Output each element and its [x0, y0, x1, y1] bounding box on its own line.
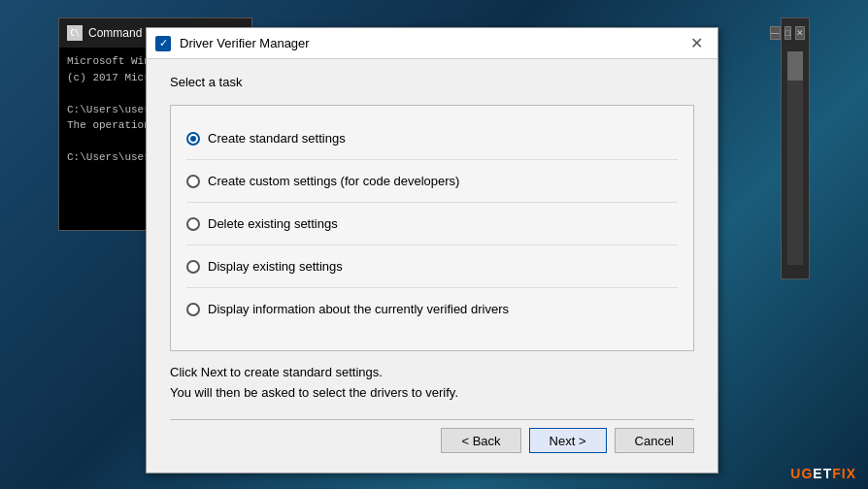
driver-verifier-dialog: ✓ Driver Verifier Manager ✕ Select a tas…: [146, 27, 718, 473]
dialog-title: Driver Verifier Manager: [180, 36, 675, 50]
radio-label-5: Display information about the currently …: [208, 302, 509, 316]
dialog-icon: ✓: [154, 35, 172, 52]
dialog-titlebar: ✓ Driver Verifier Manager ✕: [147, 28, 718, 59]
description-line-1: Click Next to create standard settings.: [170, 363, 694, 383]
cmd-icon: C\: [67, 25, 83, 41]
dialog-footer: < Back Next > Cancel: [170, 419, 694, 457]
watermark-ug: UG: [790, 466, 813, 481]
radio-option-4[interactable]: Display existing settings: [186, 245, 678, 288]
dialog-close-button[interactable]: ✕: [683, 34, 710, 53]
radio-label-4: Display existing settings: [208, 259, 343, 274]
scrollbar-track[interactable]: [787, 51, 803, 265]
radio-label-3: Delete existing settings: [208, 216, 338, 231]
radio-option-3[interactable]: Delete existing settings: [186, 203, 678, 245]
scrollbar-thumb[interactable]: [787, 51, 803, 81]
watermark-et: ET: [813, 466, 832, 481]
cancel-button[interactable]: Cancel: [615, 428, 694, 453]
radio-input-1[interactable]: [186, 132, 200, 146]
right-panel-maximize-button[interactable]: □: [785, 26, 791, 40]
radio-label-2: Create custom settings (for code develop…: [208, 174, 459, 188]
watermark-fix: FIX: [832, 466, 856, 481]
description-area: Click Next to create standard settings. …: [170, 351, 694, 411]
radio-input-2[interactable]: [186, 175, 200, 188]
radio-input-5[interactable]: [186, 303, 200, 316]
radio-option-1[interactable]: Create standard settings: [186, 117, 678, 160]
radio-input-4[interactable]: [186, 260, 200, 274]
section-label: Select a task: [170, 75, 694, 89]
checkmark-icon: ✓: [155, 36, 171, 51]
description-line-2: You will then be asked to select the dri…: [170, 383, 694, 404]
radio-option-2[interactable]: Create custom settings (for code develop…: [186, 160, 678, 203]
right-panel-titlebar: — □ ✕: [782, 18, 809, 48]
options-area: Create standard settings Create custom s…: [170, 105, 694, 351]
watermark: UGETFIX: [790, 466, 856, 481]
desktop: C\ Command Pro — □ ✕ Microsoft Wind (c) …: [0, 0, 868, 489]
right-panel-minimize-button[interactable]: —: [770, 26, 781, 40]
right-panel-close-button[interactable]: ✕: [795, 26, 805, 40]
radio-label-1: Create standard settings: [208, 131, 346, 146]
radio-option-5[interactable]: Display information about the currently …: [186, 288, 678, 330]
back-button[interactable]: < Back: [441, 428, 520, 453]
radio-input-3[interactable]: [186, 217, 200, 231]
dialog-body: Select a task Create standard settings C…: [147, 59, 718, 473]
next-button[interactable]: Next >: [529, 428, 607, 453]
right-panel: — □ ✕: [781, 17, 810, 279]
